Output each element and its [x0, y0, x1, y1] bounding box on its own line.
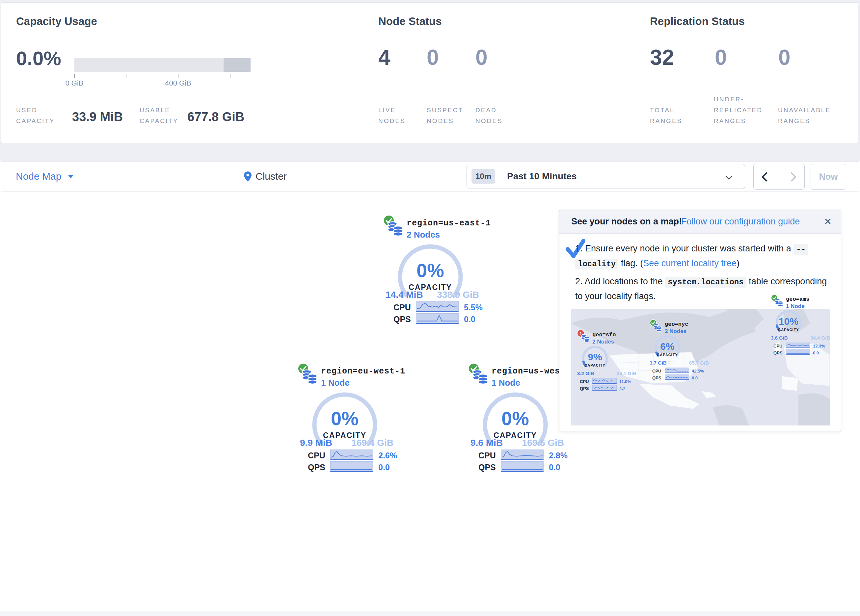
locality-tree-link[interactable]: See current locality tree	[643, 258, 736, 268]
cpu-value: 2.6%	[378, 451, 397, 460]
qps-value: 0.0	[549, 462, 560, 472]
qps-value: 0.0	[378, 462, 390, 472]
node-map-page: Capacity Usage 0.0% 0 GiB 400 GiB USED C…	[0, 0, 860, 616]
cpu-sparkline	[501, 450, 544, 460]
time-next-button[interactable]	[779, 164, 805, 189]
usable-capacity-value: 677.8 GiB	[187, 110, 244, 124]
step-text: Ensure every node in your cluster was st…	[585, 243, 794, 253]
used-value: 3.2 GiB	[577, 370, 594, 376]
capacity-bar-used-segment	[224, 58, 251, 72]
under-replicated-label: UNDER- REPLICATED RANGES	[714, 94, 763, 126]
total-ranges-label: TOTAL RANGES	[650, 105, 682, 126]
qps-sparkline	[416, 313, 459, 324]
time-range-dropdown[interactable]: 10m Past 10 Minutes	[466, 164, 745, 189]
unavailable-label: UNAVAILABLE RANGES	[778, 105, 831, 126]
caret-down-icon	[68, 175, 74, 178]
axis-tick	[230, 74, 231, 78]
database-icon	[774, 298, 784, 307]
cpu-label: CPU	[580, 379, 589, 384]
cpu-label: CPU	[394, 303, 411, 312]
node-status-title: Node Status	[378, 15, 442, 28]
qps-label: QPS	[479, 462, 496, 472]
node-count-label: 2 Nodes	[592, 339, 614, 345]
region-label: geo=sfo	[592, 332, 616, 338]
cpu-value: 2.8%	[549, 451, 568, 460]
time-nav-group	[753, 164, 805, 190]
qps-label: QPS	[580, 386, 589, 391]
capacity-percent-value: 0%	[381, 259, 480, 281]
total-value: 169.5 GiB	[522, 438, 564, 448]
total-value: 34.4 GiB	[810, 335, 830, 340]
region-label: geo=nyc	[665, 321, 688, 328]
node-card-eu-west-1[interactable]: region=eu-west-1 1 Node 0% CAPACITY 9.9 …	[295, 361, 394, 473]
map-node-card-geo-sfo[interactable]: 1 geo=sfo 2 Nodes 9% CAPACITY 3.2 GiB 35…	[577, 330, 636, 392]
capacity-word: CAPACITY	[579, 363, 611, 367]
step-text: flag. (	[618, 258, 643, 268]
database-icon	[653, 323, 663, 332]
replication-status-title: Replication Status	[650, 15, 745, 28]
view-selector-dropdown[interactable]: Node Map	[16, 161, 74, 191]
capacity-percent-value: 10%	[772, 316, 805, 327]
database-icon	[581, 334, 590, 343]
qps-sparkline	[501, 461, 544, 472]
capacity-word: CAPACITY	[772, 328, 805, 332]
close-icon[interactable]: ✕	[824, 216, 832, 227]
qps-value: 0.0	[813, 350, 819, 356]
node-count-label: 1 Node	[786, 303, 805, 310]
cpu-sparkline	[330, 450, 373, 460]
region-label: region=us-east-1	[406, 218, 491, 228]
live-nodes-value: 4	[378, 45, 391, 70]
map-node-card-geo-nyc[interactable]: geo=nyc 2 Nodes 6% CAPACITY 3.7 GiB 65.7…	[650, 319, 709, 382]
map-node-card-geo-ams[interactable]: geo=ams 1 Node 10% CAPACITY 3.6 GiB 34.4…	[771, 294, 830, 357]
node-card-us-west-1[interactable]: region=us-west-1 1 Node 0% CAPACITY 9.6 …	[466, 361, 565, 473]
popup-header: See your nodes on a map! Follow our conf…	[559, 210, 841, 234]
capacity-word: CAPACITY	[651, 353, 684, 357]
suspect-nodes-value: 0	[427, 45, 439, 70]
config-step-1: 1. Ensure every node in your cluster was…	[575, 241, 827, 271]
bottom-strip	[0, 611, 860, 616]
code-chip: locality	[575, 259, 618, 270]
configuration-guide-link[interactable]: Follow our configuration guide	[681, 216, 800, 227]
qps-sparkline	[665, 375, 689, 380]
cpu-label: CPU	[774, 343, 782, 348]
time-prev-button[interactable]	[754, 164, 779, 189]
node-status-section: Node Status 4 0 0 LIVE NODES SUSPECT NOD…	[378, 3, 609, 143]
node-card-us-east-1[interactable]: region=us-east-1 2 Nodes 0% CAPACITY 14.…	[381, 213, 480, 325]
database-icon	[301, 368, 319, 385]
qps-sparkline	[330, 461, 373, 472]
cpu-sparkline	[665, 368, 689, 373]
popup-title: See your nodes on a map!	[571, 216, 682, 227]
cpu-label: CPU	[479, 451, 496, 460]
breadcrumb[interactable]: Cluster	[244, 161, 287, 191]
database-icon	[471, 368, 490, 385]
cpu-label: CPU	[652, 368, 661, 373]
capacity-usage-title: Capacity Usage	[16, 15, 97, 28]
node-count-label[interactable]: 1 Node	[491, 378, 520, 388]
qps-label: QPS	[394, 315, 411, 324]
qps-label: QPS	[652, 375, 661, 380]
capacity-percent-value: 0%	[295, 408, 394, 429]
node-count-label[interactable]: 1 Node	[321, 378, 350, 388]
qps-label: QPS	[308, 462, 325, 472]
step-text: Add locations to the	[585, 276, 665, 286]
now-button[interactable]: Now	[811, 164, 846, 190]
axis-tick	[74, 74, 75, 78]
used-value: 3.6 GiB	[771, 335, 788, 340]
dead-nodes-value: 0	[476, 45, 488, 70]
cpu-value: 11.0%	[619, 379, 631, 384]
axis-tick	[126, 74, 126, 78]
capacity-bar	[74, 58, 251, 72]
config-steps: 1. Ensure every node in your cluster was…	[575, 241, 827, 303]
used-capacity-value: 33.9 MiB	[72, 110, 123, 124]
axis-tick	[178, 74, 179, 78]
under-replicated-value: 0	[715, 45, 727, 70]
qps-value: 0.0	[692, 375, 698, 380]
time-range-label: Past 10 Minutes	[507, 171, 577, 182]
suspect-nodes-label: SUSPECT NODES	[427, 105, 463, 126]
region-label: geo=ams	[786, 296, 809, 303]
node-count-label[interactable]: 2 Nodes	[406, 230, 440, 240]
cpu-value: 5.5%	[464, 303, 483, 312]
capacity-percent-value: 0%	[466, 408, 565, 429]
total-value: 169.4 GiB	[351, 438, 394, 448]
view-selector-label[interactable]: Node Map	[16, 171, 61, 182]
